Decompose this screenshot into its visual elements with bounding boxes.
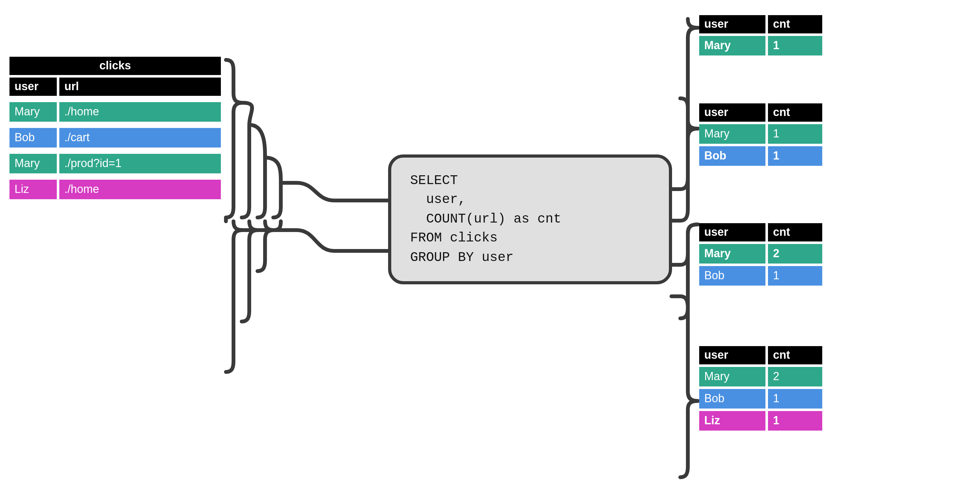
cell-url: ./home	[59, 180, 221, 199]
sql-codebox: SELECT user, COUNT(url) as cnt FROM clic…	[388, 154, 672, 284]
output-header: user cnt	[699, 103, 822, 122]
cell-user: Bob	[699, 266, 765, 285]
out-header-user: user	[699, 346, 765, 365]
cell-user: Bob	[10, 128, 57, 147]
cell-cnt: 2	[768, 367, 822, 387]
table-row: Mary 2	[699, 244, 822, 263]
output-snapshot-3: user cnt Mary 2 Bob 1	[699, 220, 822, 285]
table-row: Bob 1	[699, 146, 822, 166]
cell-cnt: 1	[768, 36, 822, 55]
out-header-cnt: cnt	[768, 103, 822, 122]
out-header-cnt: cnt	[768, 346, 822, 365]
table-row: Mary 1	[699, 36, 822, 55]
input-table: clicks user url Mary ./home Bob ./cart M…	[10, 57, 221, 199]
cell-user: Bob	[699, 389, 765, 409]
out-header-user: user	[699, 223, 765, 241]
cell-url: ./prod?id=1	[59, 154, 221, 173]
table-row: Mary 2	[699, 367, 822, 387]
output-header: user cnt	[699, 223, 822, 241]
table-row: Liz ./home	[10, 180, 221, 199]
output-snapshot-1: user cnt Mary 1	[699, 13, 822, 55]
table-row: Liz 1	[699, 411, 822, 431]
cell-url: ./cart	[59, 128, 221, 147]
out-header-user: user	[699, 103, 765, 122]
cell-user: Liz	[699, 411, 765, 431]
cell-user: Mary	[10, 102, 57, 122]
table-row: Bob 1	[699, 389, 822, 409]
cell-cnt: 1	[768, 266, 822, 285]
input-header-user: user	[10, 78, 57, 96]
cell-url: ./home	[59, 102, 221, 122]
table-row: Bob ./cart	[10, 128, 221, 147]
cell-user: Mary	[699, 244, 765, 263]
cell-cnt: 1	[768, 146, 822, 166]
table-row: Mary ./home	[10, 102, 221, 122]
output-snapshot-4: user cnt Mary 2 Bob 1 Liz 1	[699, 344, 822, 431]
output-header: user cnt	[699, 346, 822, 365]
cell-user: Mary	[699, 36, 765, 55]
sql-text: SELECT user, COUNT(url) as cnt FROM clic…	[410, 173, 561, 265]
input-table-header: user url	[10, 78, 221, 96]
cell-cnt: 2	[768, 244, 822, 263]
cell-cnt: 1	[768, 411, 822, 431]
cell-cnt: 1	[768, 124, 822, 144]
table-row: Mary ./prod?id=1	[10, 154, 221, 173]
output-header: user cnt	[699, 15, 822, 33]
cell-user: Liz	[10, 180, 57, 199]
cell-user: Mary	[699, 124, 765, 144]
out-header-cnt: cnt	[768, 223, 822, 241]
cell-user: Mary	[10, 154, 57, 173]
input-header-url: url	[59, 78, 221, 96]
cell-user: Mary	[699, 367, 765, 387]
table-row: Mary 1	[699, 124, 822, 144]
diagram-stage: clicks user url Mary ./home Bob ./cart M…	[0, 0, 980, 493]
output-snapshot-2: user cnt Mary 1 Bob 1	[699, 101, 822, 166]
input-table-title: clicks	[10, 57, 221, 75]
out-header-user: user	[699, 15, 765, 33]
table-row: Bob 1	[699, 266, 822, 285]
out-header-cnt: cnt	[768, 15, 822, 33]
cell-cnt: 1	[768, 389, 822, 409]
cell-user: Bob	[699, 146, 765, 166]
